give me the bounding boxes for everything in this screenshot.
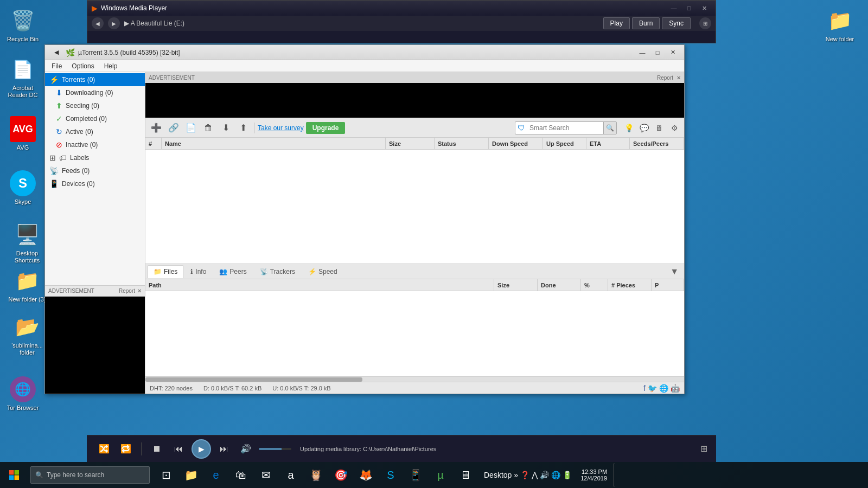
taskbar-tripadvisor[interactable]: 🦉	[304, 463, 328, 487]
acrobat-icon[interactable]: 📄 Acrobat Reader DC	[1, 54, 44, 101]
skype-icon[interactable]: S Skype	[1, 168, 44, 208]
sidebar-report-button[interactable]: Report	[119, 288, 135, 294]
add-torrent-button[interactable]: ➕	[149, 120, 164, 136]
tab-speed[interactable]: ⚡ Speed	[302, 265, 343, 278]
file-col-size[interactable]: Size	[494, 279, 538, 291]
file-col-p2[interactable]: P	[652, 279, 684, 291]
start-button[interactable]	[0, 462, 28, 488]
monitor-icon[interactable]: 🖥	[653, 121, 666, 134]
wmp-grid-button[interactable]: ⊞	[700, 444, 707, 454]
taskbar-app7[interactable]: 🎯	[329, 463, 353, 487]
wmp-mute-button[interactable]: 🔊	[237, 440, 254, 458]
wmp-sync-button[interactable]: Sync	[662, 17, 691, 29]
wmp-repeat-button[interactable]: 🔁	[117, 440, 135, 458]
taskbar-firefox[interactable]: 🦊	[354, 463, 378, 487]
taskbar-amazon[interactable]: a	[279, 463, 303, 487]
taskbar-utorrent[interactable]: µ	[429, 463, 452, 487]
tab-trackers[interactable]: 📡 Trackers	[254, 265, 301, 278]
create-torrent-button[interactable]: 📄	[183, 120, 199, 136]
sidebar-item-seeding[interactable]: ⬆ Seeding (0)	[45, 99, 145, 112]
light-icon[interactable]: 💡	[622, 121, 635, 134]
taskbar-store[interactable]: 🛍	[229, 463, 253, 487]
utorrent-maximize-button[interactable]: □	[650, 47, 665, 58]
wmp-shuffle-button[interactable]: 🔀	[95, 440, 113, 458]
desktop-shortcuts-icon[interactable]: 🖥️ Desktop Shortcuts	[5, 220, 49, 266]
panel-expand-button[interactable]: ▼	[667, 267, 682, 277]
taskbar-edge[interactable]: e	[204, 463, 228, 487]
search-go-button[interactable]: 🔍	[603, 122, 616, 134]
taskbar-clock[interactable]: 12:33 PM 12/4/2019	[576, 468, 611, 481]
taskbar-search-box[interactable]: 🔍 Type here to search	[30, 466, 150, 484]
twitter-icon[interactable]: 🐦	[648, 384, 657, 393]
col-seeds[interactable]: Seeds/Peers	[630, 138, 684, 149]
wmp-burn-button[interactable]: Burn	[632, 17, 660, 29]
taskbar-mail[interactable]: ✉	[254, 463, 278, 487]
utorrent-minimize-button[interactable]: —	[635, 47, 649, 58]
new-folder-top-icon[interactable]: 📁 New folder	[818, 5, 861, 45]
tab-info[interactable]: ℹ Info	[184, 265, 212, 278]
new-folder-3-icon[interactable]: 📁 New folder (3)	[5, 266, 49, 305]
wmp-next-button[interactable]: ⏭	[215, 440, 233, 458]
tab-peers[interactable]: 👥 Peers	[213, 265, 252, 278]
sidebar-ad-close-button[interactable]: ✕	[137, 288, 142, 294]
file-col-done[interactable]: Done	[538, 279, 581, 291]
main-ad-close-button[interactable]: ✕	[676, 75, 681, 81]
taskbar-app11[interactable]: 🖥	[454, 463, 477, 487]
facebook-icon[interactable]: f	[643, 384, 646, 393]
tor-browser-icon[interactable]: 🌐 Tor Browser	[1, 374, 44, 414]
col-downspeed[interactable]: Down Speed	[489, 138, 543, 149]
recycle-bin-icon[interactable]: 🗑️ Recycle Bin	[1, 5, 44, 45]
col-eta[interactable]: ETA	[586, 138, 630, 149]
sidebar-item-active[interactable]: ↻ Active (0)	[45, 125, 145, 138]
sidebar-item-downloading[interactable]: ⬇ Downloading (0)	[45, 86, 145, 99]
battery-icon[interactable]: 🔋	[563, 471, 572, 479]
utorrent-back-button[interactable]: ◀	[49, 47, 63, 58]
wmp-play-ctrl-button[interactable]: ▶	[192, 439, 211, 459]
wmp-minimize-button[interactable]: —	[667, 2, 681, 14]
add-url-button[interactable]: 🔗	[166, 120, 181, 136]
sidebar-item-inactive[interactable]: ⊘ Inactive (0)	[45, 138, 145, 151]
main-report-button[interactable]: Report	[657, 75, 673, 81]
file-col-pct[interactable]: %	[581, 279, 608, 291]
col-status[interactable]: Status	[435, 138, 489, 149]
sidebar-item-devices[interactable]: 📱 Devices (0)	[45, 177, 145, 190]
wmp-maximize-button[interactable]: □	[682, 2, 696, 14]
help-icon[interactable]: ❓	[520, 471, 529, 479]
taskbar-skype-taskbar[interactable]: S	[379, 463, 403, 487]
settings-icon[interactable]: ⚙	[668, 121, 681, 134]
sidebar-item-labels[interactable]: ⊞ 🏷 Labels	[45, 151, 145, 164]
wmp-stop-button[interactable]: ⏹	[148, 440, 165, 458]
col-upspeed[interactable]: Up Speed	[543, 138, 586, 149]
col-number[interactable]: #	[145, 138, 162, 149]
sublimina-icon[interactable]: 📂 'sublimina... folder	[5, 312, 49, 358]
tab-files[interactable]: 📁 Files	[148, 265, 183, 278]
upgrade-button[interactable]: Upgrade	[306, 122, 346, 134]
taskbar-file-explorer[interactable]: 📁	[179, 463, 203, 487]
android-icon[interactable]: 🤖	[671, 384, 680, 393]
taskbar-task-view[interactable]: ⊡	[154, 463, 178, 487]
survey-link[interactable]: Take our survey	[258, 124, 304, 132]
file-col-path[interactable]: Path	[145, 279, 494, 291]
col-size[interactable]: Size	[386, 138, 435, 149]
wmp-back-button[interactable]: ◀	[92, 17, 104, 29]
col-name[interactable]: Name	[162, 138, 386, 149]
remove-button[interactable]: 🗑	[201, 120, 216, 136]
wmp-forward-button[interactable]: ▶	[108, 17, 120, 29]
systray-up-icon[interactable]: ⋀	[532, 471, 538, 479]
wmp-play-button[interactable]: Play	[603, 17, 630, 29]
upload-button[interactable]: ⬆	[235, 120, 251, 136]
web-icon[interactable]: 🌐	[659, 384, 668, 393]
wmp-prev-button[interactable]: ⏮	[170, 440, 187, 458]
network-icon[interactable]: 🌐	[551, 471, 560, 479]
sidebar-item-torrents[interactable]: ⚡ Torrents (0)	[45, 73, 145, 86]
wmp-expand-button[interactable]: ⊞	[699, 17, 711, 29]
sidebar-item-feeds[interactable]: 📡 Feeds (0)	[45, 164, 145, 177]
menu-options[interactable]: Options	[67, 61, 98, 71]
speaker-icon[interactable]: 🔊	[540, 471, 549, 479]
sidebar-item-completed[interactable]: ✓ Completed (0)	[45, 112, 145, 125]
taskbar-app9[interactable]: 📱	[404, 463, 427, 487]
wmp-volume-slider[interactable]	[259, 448, 291, 450]
download-button[interactable]: ⬇	[218, 120, 233, 136]
file-col-pieces[interactable]: # Pieces	[608, 279, 652, 291]
menu-file[interactable]: File	[47, 61, 66, 71]
